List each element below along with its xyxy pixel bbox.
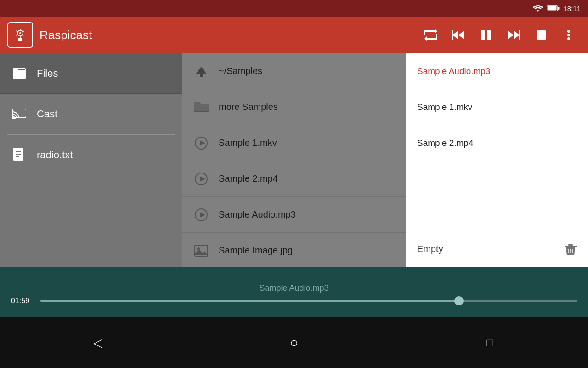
progress-fill [40, 300, 459, 302]
up-arrow-icon [193, 65, 209, 78]
android-nav-bar: ◁ ○ □ [0, 317, 588, 368]
file-mp4-name: Sample 2.mp4 [219, 173, 278, 184]
svg-rect-2 [558, 7, 560, 10]
file-item-mp3[interactable]: Sample Audio.mp3 [182, 197, 406, 233]
queue-item-2-text: Sample 1.mkv [417, 102, 472, 112]
stop-button[interactable] [529, 23, 553, 47]
file-jpg-name: Sample Image.jpg [219, 245, 293, 256]
recents-button[interactable]: □ [476, 329, 504, 356]
svg-point-4 [19, 32, 21, 34]
play-circle-icon-3 [193, 208, 209, 222]
repeat-button[interactable] [419, 23, 443, 47]
cast-icon [11, 108, 28, 120]
svg-line-10 [23, 34, 24, 35]
sidebar-item-cast[interactable]: Cast [0, 94, 182, 134]
empty-button[interactable]: Empty [417, 244, 443, 254]
toolbar: Raspicast [0, 17, 588, 53]
folder-icon [193, 101, 209, 113]
app-name: Raspicast [40, 28, 92, 42]
file-item-jpg[interactable]: Sample Image.jpg [182, 233, 406, 267]
wifi-icon [533, 5, 543, 12]
files-label: Files [37, 68, 58, 80]
queue-item-2[interactable]: Sample 1.mkv [406, 89, 588, 125]
battery-icon [547, 5, 560, 12]
queue-panel: Sample Audio.mp3 Sample 1.mkv Sample 2.m… [406, 53, 588, 267]
svg-rect-11 [18, 38, 22, 41]
sidebar: Files Cast [0, 53, 182, 267]
svg-rect-46 [568, 244, 573, 246]
queue-item-3[interactable]: Sample 2.mp4 [406, 125, 588, 161]
player-title: Sample Audio.mp3 [259, 283, 328, 293]
svg-point-22 [567, 34, 570, 36]
queue-item-1[interactable]: Sample Audio.mp3 [406, 53, 588, 89]
file-item-mp4[interactable]: Sample 2.mp4 [182, 161, 406, 197]
svg-marker-18 [514, 30, 520, 40]
svg-marker-41 [200, 212, 205, 218]
file-item-up[interactable]: ~/Samples [182, 53, 406, 89]
main-content: Files Cast [0, 53, 588, 267]
svg-marker-37 [200, 140, 205, 146]
status-bar: 18:11 [0, 0, 588, 17]
file-mp3-name: Sample Audio.mp3 [219, 209, 296, 220]
svg-point-21 [567, 30, 570, 33]
raspberry-icon [12, 27, 28, 43]
back-button[interactable]: ◁ [84, 329, 112, 356]
svg-marker-39 [200, 176, 205, 182]
player-progress-row: 01:59 [0, 297, 588, 305]
svg-rect-19 [519, 30, 520, 40]
svg-rect-20 [537, 30, 546, 40]
files-icon [11, 67, 28, 80]
file-item-mkv[interactable]: Sample 1.mkv [182, 125, 406, 161]
logo-box [7, 22, 33, 48]
pause-button[interactable] [474, 23, 498, 47]
file-path: ~/Samples [219, 66, 262, 76]
queue-spacer [406, 161, 588, 231]
cast-label: Cast [37, 108, 57, 120]
svg-marker-13 [458, 30, 464, 40]
radio-label: radio.txt [37, 149, 73, 161]
svg-rect-45 [565, 246, 577, 247]
svg-rect-35 [200, 73, 203, 77]
status-icons: 18:11 [533, 5, 581, 12]
text-file-icon [11, 148, 28, 162]
svg-marker-44 [195, 249, 208, 255]
queue-footer: Empty [406, 231, 588, 267]
svg-line-7 [16, 31, 18, 32]
queue-item-1-text: Sample Audio.mp3 [417, 66, 491, 76]
home-icon: ○ [290, 335, 298, 351]
svg-rect-16 [487, 30, 491, 40]
home-button[interactable]: ○ [280, 329, 308, 356]
fastforward-button[interactable] [502, 23, 526, 47]
rewind-button[interactable] [447, 23, 470, 47]
svg-rect-1 [548, 6, 557, 11]
queue-item-3-text: Sample 2.mp4 [417, 138, 474, 148]
svg-line-9 [16, 34, 18, 35]
progress-track[interactable] [40, 300, 577, 302]
svg-point-23 [567, 37, 570, 40]
svg-marker-12 [452, 30, 458, 40]
file-item-folder[interactable]: more Samples [182, 89, 406, 125]
svg-rect-14 [452, 30, 453, 40]
sidebar-item-radio[interactable]: radio.txt [0, 135, 182, 175]
status-time: 18:11 [563, 5, 581, 12]
recents-icon: □ [486, 336, 493, 349]
sidebar-item-files[interactable]: Files [0, 53, 182, 94]
progress-thumb[interactable] [454, 296, 464, 305]
trash-icon[interactable] [564, 242, 577, 256]
svg-rect-26 [13, 70, 25, 79]
svg-marker-34 [196, 67, 207, 74]
svg-rect-27 [12, 109, 26, 117]
file-mkv-name: Sample 1.mkv [219, 138, 277, 148]
player-title-row: Sample Audio.mp3 [0, 280, 588, 297]
app-logo: Raspicast [7, 22, 419, 48]
svg-rect-28 [12, 109, 26, 117]
play-circle-icon-1 [193, 136, 209, 150]
more-button[interactable] [557, 23, 581, 47]
back-icon: ◁ [93, 336, 102, 350]
player-bar: Sample Audio.mp3 01:59 [0, 267, 588, 317]
file-panel: ~/Samples more Samples Sample 1.mkv [182, 53, 406, 267]
play-circle-icon-2 [193, 172, 209, 186]
svg-marker-17 [508, 30, 514, 40]
folder-name: more Samples [219, 102, 278, 112]
svg-line-8 [23, 31, 24, 32]
